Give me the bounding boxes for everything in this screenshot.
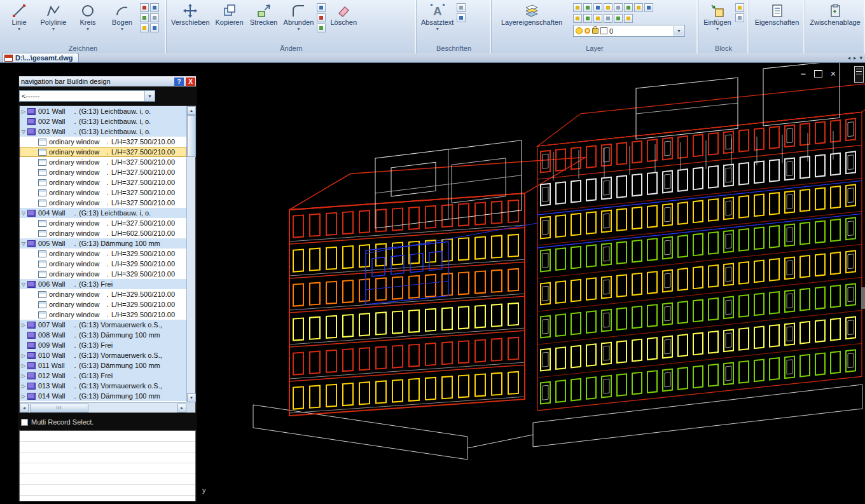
vertical-scrollbar[interactable]: ▲ ▼ xyxy=(186,106,195,402)
tree-row-window[interactable]: ordinary window.L/H=327.500/210.00 xyxy=(20,177,186,187)
layer-tool-icon[interactable] xyxy=(624,14,633,23)
scroll-left-icon[interactable]: ◄ xyxy=(20,404,29,412)
expand-arrow-icon[interactable]: ▽ xyxy=(20,282,27,287)
tree-row-window[interactable]: ordinary window.L/H=327.500/210.00 xyxy=(20,218,186,228)
layer-tool-icon[interactable] xyxy=(604,14,612,23)
tree-row-window[interactable]: ordinary window.L/H=327.500/210.00 xyxy=(20,157,186,167)
tree-row-wall[interactable]: 008 Wall.(G:13) Dämmung 100 mm xyxy=(20,330,186,340)
mini-tool-icon[interactable] xyxy=(317,3,326,12)
mini-tool-icon[interactable] xyxy=(317,24,326,32)
tree-row-window[interactable]: ordinary window.L/H=602.500/210.00 xyxy=(20,228,186,238)
expand-arrow-icon[interactable]: ▷ xyxy=(20,383,27,389)
mini-tool-icon[interactable] xyxy=(150,24,159,32)
expand-arrow-icon[interactable]: ▷ xyxy=(20,353,27,358)
layer-tool-icon[interactable] xyxy=(593,14,602,23)
mini-tool-icon[interactable] xyxy=(140,24,149,32)
layer-tool-icon[interactable] xyxy=(583,3,592,12)
minimize-button[interactable]: – xyxy=(801,71,806,77)
layer-tool-icon[interactable] xyxy=(644,3,653,12)
sun-icon[interactable] xyxy=(585,28,590,34)
help-button[interactable]: ? xyxy=(174,78,184,86)
vertical-scroll-thumb[interactable] xyxy=(187,115,196,157)
close-button[interactable]: × xyxy=(831,70,836,78)
verschieben-button[interactable]: Verschieben xyxy=(169,1,212,27)
tree-row-wall[interactable]: 009 Wall.(G:13) Frei xyxy=(20,340,186,350)
dropdown-icon[interactable]: ▾ xyxy=(18,27,20,32)
filter-combobox[interactable]: <------ ▼ xyxy=(19,90,155,102)
layer-tool-icon[interactable] xyxy=(634,3,643,12)
tree-row-wall[interactable]: ▷011 Wall.(G:13) Dämmung 100 mm xyxy=(20,360,186,371)
dropdown-icon[interactable]: ▾ xyxy=(52,27,55,32)
tree-row-wall[interactable]: 002 Wall.(G:13) Leichtbauw. i, o. xyxy=(20,116,186,126)
tree-row-wall[interactable]: ▽005 Wall.(G:13) Dämmung 100 mm xyxy=(20,238,186,249)
layer-tool-icon[interactable] xyxy=(593,3,602,12)
tree-row-window[interactable]: ordinary window.L/H=329.500/210.00 xyxy=(20,299,186,310)
tree-row-wall[interactable]: ▷001 Wall.(G:13) Leichtbauw. i, o. xyxy=(20,106,186,116)
einfuegen-button[interactable]: Einfügen ▾ xyxy=(701,1,734,32)
mini-tool-icon[interactable] xyxy=(735,3,744,12)
layer-tool-icon[interactable] xyxy=(604,3,612,12)
tree-row-wall[interactable]: ▽006 Wall.(G:13) Frei xyxy=(20,279,186,289)
mini-tool-icon[interactable] xyxy=(150,3,159,12)
mini-tool-icon[interactable] xyxy=(150,13,159,22)
lamp-icon[interactable] xyxy=(576,27,583,34)
expand-arrow-icon[interactable]: ▽ xyxy=(20,129,27,135)
tree-row-window[interactable]: ordinary window.L/H=327.500/210.00 xyxy=(20,187,186,198)
mini-tool-icon[interactable] xyxy=(457,3,466,12)
tab-next-icon[interactable]: ▸ xyxy=(854,55,857,61)
dropdown-icon[interactable]: ▾ xyxy=(121,27,123,32)
tree-row-window[interactable]: ordinary window.L/H=327.500/210.00 xyxy=(20,137,186,147)
tree-row-window[interactable]: ordinary window.L/H=327.500/210.00 xyxy=(20,147,186,157)
table-tool-icon[interactable] xyxy=(457,13,466,22)
dropdown-icon[interactable]: ▾ xyxy=(86,27,89,32)
linie-button[interactable]: Linie ▾ xyxy=(3,1,36,32)
expand-arrow-icon[interactable]: ▷ xyxy=(20,393,27,399)
expand-arrow-icon[interactable]: ▷ xyxy=(20,322,27,328)
layereigenschaften-button[interactable]: Layereigenschaften xyxy=(494,1,569,27)
mini-tool-icon[interactable] xyxy=(317,13,326,22)
tree-row-wall[interactable]: ▷007 Wall.(G:13) Vormauerwerk o.S., xyxy=(20,320,186,330)
tree-row-wall[interactable]: ▷010 Wall.(G:13) Vormauerwerk o.S., xyxy=(20,350,186,360)
scroll-down-icon[interactable]: ▼ xyxy=(187,393,196,402)
layer-tool-icon[interactable] xyxy=(614,14,623,23)
color-swatch[interactable] xyxy=(600,27,607,34)
absatztext-button[interactable]: A Absatztext ▾ xyxy=(419,1,455,32)
horizontal-scroll-thumb[interactable]: III xyxy=(30,404,88,412)
tab-menu-icon[interactable]: ▾ xyxy=(859,55,862,61)
tree-row-window[interactable]: ordinary window.L/H=329.500/210.00 xyxy=(20,259,186,269)
bogen-button[interactable]: Bogen ▾ xyxy=(106,1,139,32)
chevron-down-icon[interactable]: ▼ xyxy=(674,26,684,36)
layer-tool-icon[interactable] xyxy=(614,3,623,12)
expand-arrow-icon[interactable]: ▷ xyxy=(20,373,27,379)
record-list-box[interactable] xyxy=(19,430,196,501)
strecken-button[interactable]: Strecken xyxy=(247,1,280,27)
mini-tool-icon[interactable] xyxy=(735,13,744,22)
expand-arrow-icon[interactable]: ▷ xyxy=(20,363,27,369)
tree-row-window[interactable]: ordinary window.L/H=327.500/210.00 xyxy=(20,167,186,177)
polylinie-button[interactable]: Polylinie ▾ xyxy=(37,1,70,32)
loeschen-button[interactable]: Löschen xyxy=(327,1,360,27)
scroll-up-icon[interactable]: ▲ xyxy=(187,106,196,115)
dropdown-icon[interactable]: ▾ xyxy=(436,27,439,32)
tree-row-window[interactable]: ordinary window.L/H=329.500/210.00 xyxy=(20,289,186,299)
drawing-tab[interactable]: D:\...\gesamt.dwg xyxy=(2,53,79,62)
layer-tool-icon[interactable] xyxy=(624,3,633,12)
mini-tool-icon[interactable] xyxy=(140,3,149,12)
palette-title-bar[interactable]: navigation bar Buildin design ? X xyxy=(19,76,196,86)
chevron-down-icon[interactable]: ▼ xyxy=(144,91,155,101)
lock-icon[interactable] xyxy=(592,28,599,34)
eigenschaften-button[interactable]: Eigenschaften xyxy=(753,1,801,27)
layer-select[interactable]: 0 ▼ xyxy=(573,25,685,37)
zwischenablage-button[interactable]: Zwischenablage xyxy=(808,1,862,27)
tree-row-wall[interactable]: ▷012 Wall.(G:13) Frei xyxy=(20,371,186,381)
horizontal-scrollbar[interactable]: ◄ III ► xyxy=(20,402,186,412)
layer-tool-icon[interactable] xyxy=(583,14,592,23)
palette-close-button[interactable]: X xyxy=(186,78,195,86)
tree-row-wall[interactable]: ▽003 Wall.(G:13) Leichtbauw. i, o. xyxy=(20,126,186,137)
layer-tool-icon[interactable] xyxy=(573,14,582,23)
tree-row-wall[interactable]: ▽004 Wall.(G:13) Leichtbauw. i, o. xyxy=(20,208,186,218)
tree-row-window[interactable]: ordinary window.L/H=327.500/210.00 xyxy=(20,198,186,208)
tree-row-wall[interactable]: ▷014 Wall.(G:13) Dämmung 100 mm xyxy=(20,391,186,401)
right-scrollbar-thumb[interactable] xyxy=(861,287,865,309)
scroll-right-icon[interactable]: ► xyxy=(177,404,186,412)
